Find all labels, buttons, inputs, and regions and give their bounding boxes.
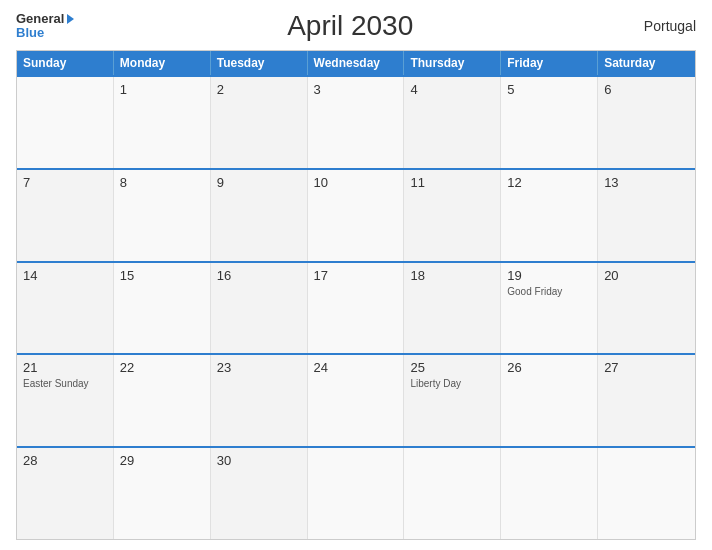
header-wednesday: Wednesday — [308, 51, 405, 75]
week-4: 21 Easter Sunday 22 23 24 25 Liberty Day… — [17, 353, 695, 446]
cell-w1-sat: 6 — [598, 77, 695, 168]
logo: General Blue — [16, 12, 74, 41]
cell-w1-sun — [17, 77, 114, 168]
cell-w3-mon: 15 — [114, 263, 211, 354]
page: General Blue April 2030 Portugal Sunday … — [0, 0, 712, 550]
week-3: 14 15 16 17 18 19 Good Friday 20 — [17, 261, 695, 354]
country-label: Portugal — [626, 18, 696, 34]
cell-w5-thu — [404, 448, 501, 539]
month-title: April 2030 — [74, 10, 626, 42]
cell-w2-sun: 7 — [17, 170, 114, 261]
calendar-header: Sunday Monday Tuesday Wednesday Thursday… — [17, 51, 695, 75]
cell-w3-thu: 18 — [404, 263, 501, 354]
cell-w2-sat: 13 — [598, 170, 695, 261]
cell-w4-wed: 24 — [308, 355, 405, 446]
cell-w3-fri: 19 Good Friday — [501, 263, 598, 354]
cell-w1-thu: 4 — [404, 77, 501, 168]
cell-w3-sun: 14 — [17, 263, 114, 354]
calendar-body: 1 2 3 4 5 6 7 8 9 10 11 12 13 14 15 — [17, 75, 695, 539]
cell-w5-fri — [501, 448, 598, 539]
cell-w2-tue: 9 — [211, 170, 308, 261]
cell-w1-tue: 2 — [211, 77, 308, 168]
header: General Blue April 2030 Portugal — [16, 10, 696, 42]
cell-w5-mon: 29 — [114, 448, 211, 539]
cell-w4-fri: 26 — [501, 355, 598, 446]
cell-w5-sun: 28 — [17, 448, 114, 539]
cell-w1-fri: 5 — [501, 77, 598, 168]
cell-w5-wed — [308, 448, 405, 539]
week-5: 28 29 30 — [17, 446, 695, 539]
cell-w1-mon: 1 — [114, 77, 211, 168]
cell-w2-thu: 11 — [404, 170, 501, 261]
cell-w3-tue: 16 — [211, 263, 308, 354]
header-thursday: Thursday — [404, 51, 501, 75]
cell-w4-sat: 27 — [598, 355, 695, 446]
week-1: 1 2 3 4 5 6 — [17, 75, 695, 168]
header-sunday: Sunday — [17, 51, 114, 75]
header-saturday: Saturday — [598, 51, 695, 75]
cell-w3-wed: 17 — [308, 263, 405, 354]
cell-w5-sat — [598, 448, 695, 539]
cell-w2-fri: 12 — [501, 170, 598, 261]
cell-w5-tue: 30 — [211, 448, 308, 539]
cell-w4-mon: 22 — [114, 355, 211, 446]
week-2: 7 8 9 10 11 12 13 — [17, 168, 695, 261]
calendar: Sunday Monday Tuesday Wednesday Thursday… — [16, 50, 696, 540]
header-friday: Friday — [501, 51, 598, 75]
cell-w4-tue: 23 — [211, 355, 308, 446]
cell-w1-wed: 3 — [308, 77, 405, 168]
cell-w3-sat: 20 — [598, 263, 695, 354]
header-monday: Monday — [114, 51, 211, 75]
cell-w4-thu: 25 Liberty Day — [404, 355, 501, 446]
cell-w2-wed: 10 — [308, 170, 405, 261]
header-tuesday: Tuesday — [211, 51, 308, 75]
cell-w4-sun: 21 Easter Sunday — [17, 355, 114, 446]
cell-w2-mon: 8 — [114, 170, 211, 261]
